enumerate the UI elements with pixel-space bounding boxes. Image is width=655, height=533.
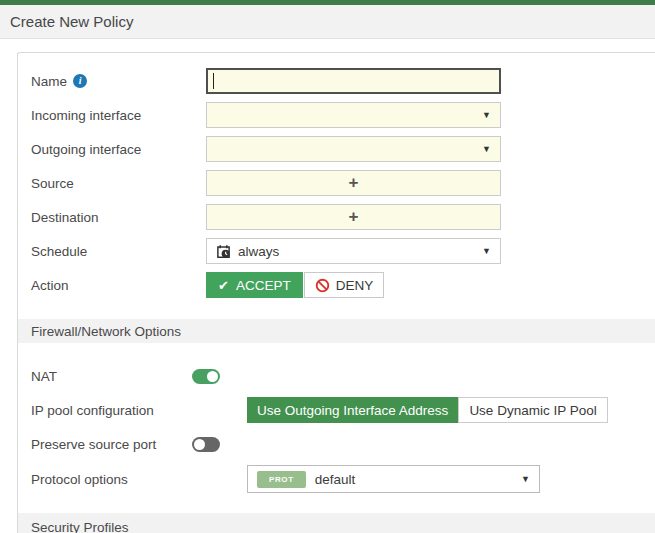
accept-button-label: ACCEPT bbox=[236, 278, 291, 293]
section-title: Firewall/Network Options bbox=[31, 324, 181, 339]
use-outgoing-interface-address-button[interactable]: Use Outgoing Interface Address bbox=[247, 397, 458, 423]
chevron-down-icon: ▼ bbox=[482, 145, 491, 154]
destination-row: Destination + bbox=[31, 204, 655, 230]
plus-icon: + bbox=[349, 173, 359, 193]
incoming-interface-select[interactable]: ▼ bbox=[206, 102, 501, 128]
prot-badge: PROT bbox=[257, 471, 306, 488]
nat-row: NAT bbox=[31, 363, 655, 389]
outgoing-interface-label: Outgoing interface bbox=[31, 142, 206, 157]
schedule-value: always bbox=[238, 244, 482, 259]
protocol-options-label: Protocol options bbox=[31, 472, 192, 487]
ip-pool-row: IP pool configuration Use Outgoing Inter… bbox=[31, 397, 655, 423]
name-input[interactable] bbox=[206, 68, 501, 94]
ip-pool-label: IP pool configuration bbox=[31, 403, 192, 418]
toggle-knob bbox=[194, 439, 205, 450]
action-label: Action bbox=[31, 278, 206, 293]
incoming-interface-label: Incoming interface bbox=[31, 108, 206, 123]
policy-form-panel: Name i Incoming interface ▼ Outgoing int… bbox=[17, 52, 655, 533]
outgoing-interface-row: Outgoing interface ▼ bbox=[31, 136, 655, 162]
dialog-titlebar: Create New Policy bbox=[0, 5, 655, 39]
chevron-down-icon: ▼ bbox=[521, 475, 530, 484]
dialog-title: Create New Policy bbox=[10, 13, 133, 30]
schedule-label: Schedule bbox=[31, 244, 206, 259]
name-input-wrap bbox=[206, 68, 501, 94]
calendar-clock-icon bbox=[216, 244, 231, 259]
plus-icon: + bbox=[349, 207, 359, 227]
chevron-down-icon: ▼ bbox=[482, 247, 491, 256]
source-row: Source + bbox=[31, 170, 655, 196]
name-label-wrap: Name i bbox=[31, 74, 206, 89]
deny-button-label: DENY bbox=[336, 278, 374, 293]
action-row: Action ✔ ACCEPT DENY bbox=[31, 272, 655, 298]
schedule-row: Schedule always ▼ bbox=[31, 238, 655, 264]
check-icon: ✔ bbox=[218, 278, 229, 293]
accept-button[interactable]: ✔ ACCEPT bbox=[206, 272, 303, 298]
source-label: Source bbox=[31, 176, 206, 191]
protocol-options-value: default bbox=[315, 472, 521, 487]
schedule-select[interactable]: always ▼ bbox=[206, 238, 501, 264]
destination-label: Destination bbox=[31, 210, 206, 225]
name-label: Name bbox=[31, 74, 67, 89]
protocol-options-row: Protocol options PROT default ▼ bbox=[31, 465, 655, 493]
use-dynamic-ip-pool-button[interactable]: Use Dynamic IP Pool bbox=[458, 397, 607, 423]
security-profiles-section-header: Security Profiles bbox=[18, 513, 655, 533]
ip-pool-segmented-control: Use Outgoing Interface Address Use Dynam… bbox=[247, 397, 608, 423]
source-add-field[interactable]: + bbox=[206, 170, 501, 196]
chevron-down-icon: ▼ bbox=[482, 111, 491, 120]
deny-button[interactable]: DENY bbox=[304, 272, 385, 298]
outgoing-interface-select[interactable]: ▼ bbox=[206, 136, 501, 162]
protocol-options-select[interactable]: PROT default ▼ bbox=[247, 465, 540, 493]
preserve-source-port-toggle[interactable] bbox=[192, 437, 220, 452]
nat-toggle[interactable] bbox=[192, 369, 220, 384]
nat-label: NAT bbox=[31, 369, 192, 384]
text-cursor bbox=[213, 73, 214, 89]
name-row: Name i bbox=[31, 68, 655, 94]
firewall-network-options-section-header: Firewall/Network Options bbox=[18, 319, 655, 343]
deny-icon bbox=[315, 278, 330, 293]
info-icon[interactable]: i bbox=[73, 74, 87, 88]
incoming-interface-row: Incoming interface ▼ bbox=[31, 102, 655, 128]
toggle-knob bbox=[207, 371, 218, 382]
destination-add-field[interactable]: + bbox=[206, 204, 501, 230]
preserve-source-port-row: Preserve source port bbox=[31, 431, 655, 457]
section-title: Security Profiles bbox=[31, 520, 129, 533]
preserve-source-port-label: Preserve source port bbox=[31, 437, 192, 452]
